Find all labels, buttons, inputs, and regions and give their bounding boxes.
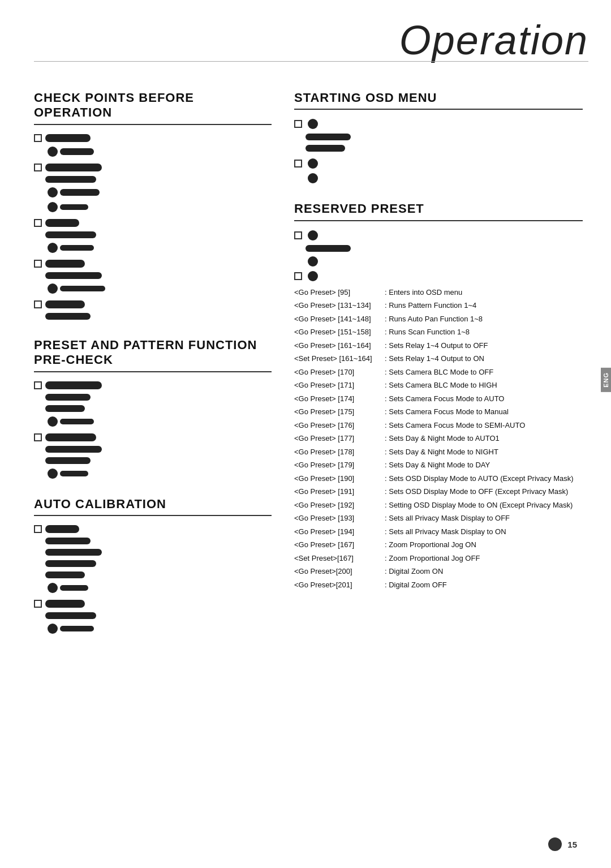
redacted-text-2b bbox=[45, 176, 96, 183]
preset-entry-key-22: <Go Preset>[201] bbox=[294, 579, 385, 591]
right-column: STARTING OSD MENU bbox=[294, 91, 583, 652]
redacted-text-4c bbox=[60, 286, 105, 291]
osd-item-2 bbox=[294, 157, 583, 184]
preset-entry-key-14: <Go Preset> [190] bbox=[294, 473, 385, 484]
redacted-text-p1a bbox=[45, 381, 102, 389]
redacted-text-c2c bbox=[60, 626, 94, 631]
preset-entry-value-19: : Zoom Proportional Jog ON bbox=[385, 539, 476, 551]
check-points-title: CHECK POINTS BEFORE OPERATION bbox=[34, 91, 272, 121]
preset-entry-2: <Go Preset> [141~148]: Runs Auto Pan Fun… bbox=[294, 313, 583, 325]
preset-entry-value-1: : Runs Pattern Function 1~4 bbox=[385, 300, 476, 311]
redacted-text-p2b bbox=[45, 446, 102, 453]
check-points-section: CHECK POINTS BEFORE OPERATION bbox=[34, 91, 272, 321]
preset-item-1-line3 bbox=[45, 404, 272, 413]
checkbox-icon-osd2 bbox=[294, 160, 302, 167]
preset-entry-key-6: <Go Preset> [170] bbox=[294, 367, 385, 378]
preset-entry-value-6: : Sets Camera BLC Mode to OFF bbox=[385, 367, 493, 378]
bullet-3a bbox=[48, 243, 58, 253]
osd-item-1-line3 bbox=[306, 144, 583, 153]
preset-entry-key-11: <Go Preset> [177] bbox=[294, 433, 385, 444]
preset-entry-value-8: : Sets Camera Focus Mode to AUTO bbox=[385, 393, 504, 405]
preset-item-2-line1 bbox=[34, 432, 272, 442]
preset-item-2 bbox=[34, 432, 272, 480]
check-item-1-line2 bbox=[45, 145, 272, 158]
checkbox-icon-5 bbox=[34, 300, 42, 308]
preset-entry-key-16: <Go Preset> [192] bbox=[294, 500, 385, 511]
bullet-c2a bbox=[48, 624, 58, 634]
checkbox-icon-p1 bbox=[34, 381, 42, 389]
preset-entry-14: <Go Preset> [190]: Sets OSD Display Mode… bbox=[294, 473, 583, 484]
checkbox-icon-1 bbox=[34, 134, 42, 142]
check-item-4 bbox=[34, 259, 272, 295]
preset-entry-13: <Go Preset> [179]: Sets Day & Night Mode… bbox=[294, 459, 583, 471]
calib-item-1-line2 bbox=[45, 536, 272, 545]
redacted-text-2c bbox=[60, 189, 100, 196]
redacted-text-1b bbox=[60, 148, 94, 155]
preset-entry-19: <Go Preset> [167]: Zoom Proportional Jog… bbox=[294, 539, 583, 551]
preset-entry-1: <Go Preset> [131~134]: Runs Pattern Func… bbox=[294, 300, 583, 311]
page-number: 15 bbox=[567, 840, 577, 849]
osd-item-2-line2 bbox=[306, 172, 583, 184]
preset-entry-value-14: : Sets OSD Display Mode to AUTO (Except … bbox=[385, 473, 574, 484]
auto-calibration-title: AUTO CALIBRATION bbox=[34, 497, 272, 512]
preset-entry-key-9: <Go Preset> [175] bbox=[294, 406, 385, 418]
preset-pattern-section: PRESET AND PATTERN FUNCTION PRE-CHECK bbox=[34, 338, 272, 480]
preset-entry-value-0: : Enters into OSD menu bbox=[385, 287, 462, 298]
preset-entry-value-15: : Sets OSD Display Mode to OFF (Except P… bbox=[385, 486, 568, 497]
preset-entry-12: <Go Preset> [178]: Sets Day & Night Mode… bbox=[294, 446, 583, 458]
check-item-3-line3 bbox=[45, 242, 272, 254]
redacted-text-c2a bbox=[45, 600, 85, 608]
check-item-2-line2 bbox=[45, 175, 272, 184]
preset-item-2-line4 bbox=[45, 467, 272, 480]
redacted-text-2a bbox=[45, 164, 102, 171]
redacted-text-c1d bbox=[45, 560, 96, 567]
redacted-osd-1b bbox=[306, 145, 345, 152]
preset-entry-key-5: <Set Preset> [161~164] bbox=[294, 353, 385, 364]
checkbox-icon-osd1 bbox=[294, 120, 302, 128]
preset-entry-key-1: <Go Preset> [131~134] bbox=[294, 300, 385, 311]
preset-entry-value-10: : Sets Camera Focus Mode to SEMI-AUTO bbox=[385, 420, 525, 431]
preset-item-1 bbox=[34, 380, 272, 428]
check-points-divider bbox=[34, 124, 272, 125]
preset-entry-17: <Go Preset> [193]: Sets all Privacy Mask… bbox=[294, 513, 583, 524]
preset-entry-22: <Go Preset>[201]: Digital Zoom OFF bbox=[294, 579, 583, 591]
redacted-text-p2c bbox=[45, 457, 91, 464]
preset-item-2-line2 bbox=[45, 445, 272, 454]
calib-item-2-line1 bbox=[34, 599, 272, 609]
redacted-text-p1c bbox=[45, 405, 85, 412]
redacted-rp-1a bbox=[306, 245, 351, 252]
starting-osd-section: STARTING OSD MENU bbox=[294, 91, 583, 184]
page: Operation CHECK POINTS BEFORE OPERATION bbox=[0, 0, 611, 868]
rp-item-1-line1 bbox=[294, 229, 583, 242]
redacted-text-c1a bbox=[45, 525, 79, 533]
osd-bullet-2 bbox=[308, 158, 318, 169]
bullet-p2a bbox=[48, 469, 58, 479]
preset-item-1-line1 bbox=[34, 380, 272, 390]
osd-item-1 bbox=[294, 118, 583, 153]
bullet-4a bbox=[48, 283, 58, 294]
osd-item-2-line1 bbox=[294, 157, 583, 170]
check-item-1-line1 bbox=[34, 133, 272, 143]
check-item-4-line3 bbox=[45, 282, 272, 295]
preset-entry-6: <Go Preset> [170]: Sets Camera BLC Mode … bbox=[294, 367, 583, 378]
preset-entry-key-20: <Set Preset>[167] bbox=[294, 553, 385, 564]
preset-entry-11: <Go Preset> [177]: Sets Day & Night Mode… bbox=[294, 433, 583, 444]
preset-entry-value-17: : Sets all Privacy Mask Display to OFF bbox=[385, 513, 510, 524]
preset-entry-key-10: <Go Preset> [176] bbox=[294, 420, 385, 431]
redacted-text-p1d bbox=[60, 419, 94, 424]
osd-item-1-line2 bbox=[306, 132, 583, 141]
preset-entry-value-9: : Sets Camera Focus Mode to Manual bbox=[385, 406, 509, 418]
starting-osd-divider bbox=[294, 109, 583, 110]
redacted-text-p1b bbox=[45, 394, 91, 401]
calib-item-1 bbox=[34, 524, 272, 594]
preset-entry-5: <Set Preset> [161~164]: Sets Relay 1~4 O… bbox=[294, 353, 583, 364]
preset-pattern-title: PRESET AND PATTERN FUNCTION PRE-CHECK bbox=[34, 338, 272, 368]
preset-pattern-divider bbox=[34, 371, 272, 372]
redacted-text-5a bbox=[45, 300, 85, 308]
redacted-text-4a bbox=[45, 260, 85, 268]
check-item-2-line1 bbox=[34, 162, 272, 173]
preset-entry-value-5: : Sets Relay 1~4 Output to ON bbox=[385, 353, 484, 364]
rp-blurred-items bbox=[294, 229, 583, 282]
reserved-preset-divider bbox=[294, 220, 583, 221]
preset-entry-key-0: <Go Preset> [95] bbox=[294, 287, 385, 298]
